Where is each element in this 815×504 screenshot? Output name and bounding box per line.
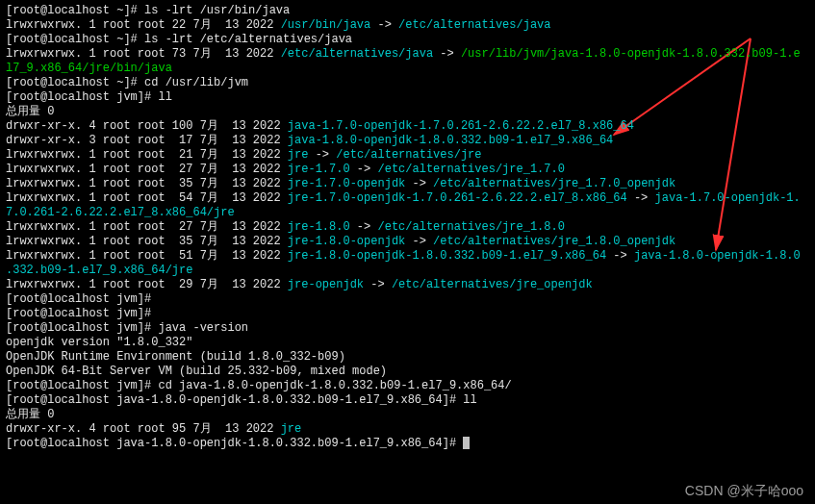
text-segment: lrwxrwxrwx. 1 root root 22 7月 13 2022 [6, 18, 281, 32]
text-segment: .332.b09-1.el7_9.x86_64/jre [6, 264, 192, 277]
text-segment: [root@localhost ~]# ls -lrt /etc/alterna… [6, 33, 352, 46]
text-segment: -> [405, 177, 433, 190]
terminal-output[interactable]: [root@localhost ~]# ls -lrt /usr/bin/jav… [6, 4, 809, 451]
text-segment: lrwxrwxrwx. 1 root root 35 7月 13 2022 [6, 235, 288, 248]
text-segment: 总用量 0 [6, 408, 54, 421]
text-segment: /etc/alternatives/jre_openjdk [392, 278, 593, 291]
cursor [463, 437, 470, 449]
text-segment: -> [433, 47, 461, 61]
text-segment: [root@localhost jvm]# cd java-1.8.0-open… [6, 379, 512, 392]
text-segment: jre-1.7.0-openjdk-1.7.0.261-2.6.22.2.el7… [288, 191, 627, 205]
text-segment: jre-1.8.0-openjdk-1.8.0.332.b09-1.el7_9.… [288, 249, 606, 263]
terminal-line: [root@localhost jvm]# [6, 307, 809, 321]
text-segment: lrwxrwxrwx. 1 root root 51 7月 13 2022 [6, 249, 288, 263]
terminal-line: openjdk version "1.8.0_332" [6, 336, 809, 350]
text-segment: java-1.8.0-openjdk-1.8.0 [634, 249, 801, 263]
text-segment: /usr/bin/java [281, 18, 371, 32]
terminal-line: lrwxrwxrwx. 1 root root 29 7月 13 2022 jr… [6, 278, 809, 292]
terminal-line: lrwxrwxrwx. 1 root root 51 7月 13 2022 jr… [6, 249, 809, 264]
text-segment: lrwxrwxrwx. 1 root root 73 7月 13 2022 [6, 47, 281, 61]
text-segment: drwxr-xr-x. 4 root root 95 7月 13 2022 [6, 422, 281, 436]
text-segment: /etc/alternatives/jre_1.8.0_openjdk [433, 235, 675, 248]
text-segment: OpenJDK 64-Bit Server VM (build 25.332-b… [6, 365, 387, 378]
text-segment: jre [288, 148, 309, 162]
terminal-line: lrwxrwxrwx. 1 root root 73 7月 13 2022 /e… [6, 47, 809, 62]
text-segment: lrwxrwxrwx. 1 root root 27 7月 13 2022 [6, 220, 288, 234]
text-segment: -> [350, 163, 378, 176]
text-segment: /etc/alternatives/jre_1.8.0 [377, 220, 564, 234]
text-segment: jre-1.7.0 [288, 163, 350, 176]
text-segment: -> [364, 278, 392, 291]
text-segment: -> [350, 220, 378, 234]
terminal-line: [root@localhost ~]# ls -lrt /usr/bin/jav… [6, 4, 809, 18]
text-segment: lrwxrwxrwx. 1 root root 21 7月 13 2022 [6, 148, 288, 162]
terminal-line: OpenJDK 64-Bit Server VM (build 25.332-b… [6, 365, 809, 379]
terminal-line: lrwxrwxrwx. 1 root root 21 7月 13 2022 jr… [6, 148, 809, 163]
text-segment: 7.0.261-2.6.22.2.el7_8.x86_64/jre [6, 206, 235, 219]
terminal-line: 7.0.261-2.6.22.2.el7_8.x86_64/jre [6, 206, 809, 220]
terminal-line: [root@localhost jvm]# cd java-1.8.0-open… [6, 379, 809, 393]
text-segment: lrwxrwxrwx. 1 root root 29 7月 13 2022 [6, 278, 288, 291]
text-segment: [root@localhost ~]# ls -lrt /usr/bin/jav… [6, 4, 290, 17]
text-segment: /etc/alternatives/jre [336, 148, 481, 162]
text-segment: lrwxrwxrwx. 1 root root 54 7月 13 2022 [6, 191, 288, 205]
text-segment: jre-1.8.0-openjdk [288, 235, 405, 248]
terminal-line: lrwxrwxrwx. 1 root root 54 7月 13 2022 jr… [6, 191, 809, 206]
text-segment: jre-1.7.0-openjdk [288, 177, 405, 190]
text-segment: [root@localhost java-1.8.0-openjdk-1.8.0… [6, 393, 477, 407]
text-segment: drwxr-xr-x. 3 root root 17 7月 13 2022 [6, 134, 288, 147]
terminal-line: drwxr-xr-x. 4 root root 100 7月 13 2022 j… [6, 119, 809, 134]
text-segment: [root@localhost jvm]# [6, 292, 151, 306]
terminal-line: lrwxrwxrwx. 1 root root 35 7月 13 2022 jr… [6, 177, 809, 191]
text-segment: -> [627, 191, 655, 205]
terminal-line: drwxr-xr-x. 4 root root 95 7月 13 2022 jr… [6, 422, 809, 437]
watermark: CSDN @米子哈ooo [685, 484, 803, 498]
terminal-line: [root@localhost ~]# cd /usr/lib/jvm [6, 76, 809, 90]
text-segment: [root@localhost jvm]# ll [6, 90, 172, 104]
terminal-line: [root@localhost java-1.8.0-openjdk-1.8.0… [6, 393, 809, 408]
text-segment: lrwxrwxrwx. 1 root root 27 7月 13 2022 [6, 163, 288, 176]
text-segment: [root@localhost jvm]# java -version [6, 321, 248, 335]
terminal-line: [root@localhost jvm]# java -version [6, 321, 809, 336]
text-segment: jre-1.8.0 [288, 220, 350, 234]
terminal-line: OpenJDK Runtime Environment (build 1.8.0… [6, 350, 809, 365]
text-segment: /etc/alternatives/java [398, 18, 550, 32]
terminal-line: 总用量 0 [6, 408, 809, 422]
terminal-line: lrwxrwxrwx. 1 root root 27 7月 13 2022 jr… [6, 220, 809, 235]
text-segment: lrwxrwxrwx. 1 root root 35 7月 13 2022 [6, 177, 288, 190]
text-segment: /etc/alternatives/jre_1.7.0_openjdk [433, 177, 675, 190]
terminal-line: [root@localhost ~]# ls -lrt /etc/alterna… [6, 33, 809, 47]
text-segment: [root@localhost java-1.8.0-openjdk-1.8.0… [6, 437, 463, 450]
text-segment: java-1.8.0-openjdk-1.8.0.332.b09-1.el7_9… [288, 134, 613, 147]
text-segment: -> [606, 249, 634, 263]
text-segment: OpenJDK Runtime Environment (build 1.8.0… [6, 350, 345, 364]
text-segment: -> [405, 235, 433, 248]
terminal-line: .332.b09-1.el7_9.x86_64/jre [6, 264, 809, 278]
text-segment: /etc/alternatives/java [281, 47, 433, 61]
text-segment: -> [370, 18, 398, 32]
text-segment: 总用量 0 [6, 105, 54, 118]
terminal-line: [root@localhost java-1.8.0-openjdk-1.8.0… [6, 437, 809, 451]
terminal-line: lrwxrwxrwx. 1 root root 22 7月 13 2022 /u… [6, 18, 809, 33]
terminal-line: [root@localhost jvm]# [6, 292, 809, 307]
text-segment: java-1.7.0-openjdk-1.7.0.261-2.6.22.2.el… [288, 119, 634, 133]
text-segment: l7_9.x86_64/jre/bin/java [6, 62, 172, 75]
text-segment: -> [308, 148, 336, 162]
text-segment: [root@localhost ~]# cd /usr/lib/jvm [6, 76, 248, 89]
text-segment: java-1.7.0-openjdk-1. [655, 191, 801, 205]
terminal-line: 总用量 0 [6, 105, 809, 119]
terminal-line: [root@localhost jvm]# ll [6, 90, 809, 105]
text-segment: /etc/alternatives/jre_1.7.0 [377, 163, 564, 176]
text-segment: drwxr-xr-x. 4 root root 100 7月 13 2022 [6, 119, 288, 133]
terminal-line: drwxr-xr-x. 3 root root 17 7月 13 2022 ja… [6, 134, 809, 148]
text-segment: jre [281, 422, 302, 436]
text-segment: openjdk version "1.8.0_332" [6, 336, 192, 349]
terminal-line: l7_9.x86_64/jre/bin/java [6, 62, 809, 76]
text-segment: /usr/lib/jvm/java-1.8.0-openjdk-1.8.0.33… [461, 47, 801, 61]
terminal-line: lrwxrwxrwx. 1 root root 27 7月 13 2022 jr… [6, 163, 809, 177]
text-segment: [root@localhost jvm]# [6, 307, 151, 320]
text-segment: jre-openjdk [288, 278, 364, 291]
terminal-line: lrwxrwxrwx. 1 root root 35 7月 13 2022 jr… [6, 235, 809, 249]
